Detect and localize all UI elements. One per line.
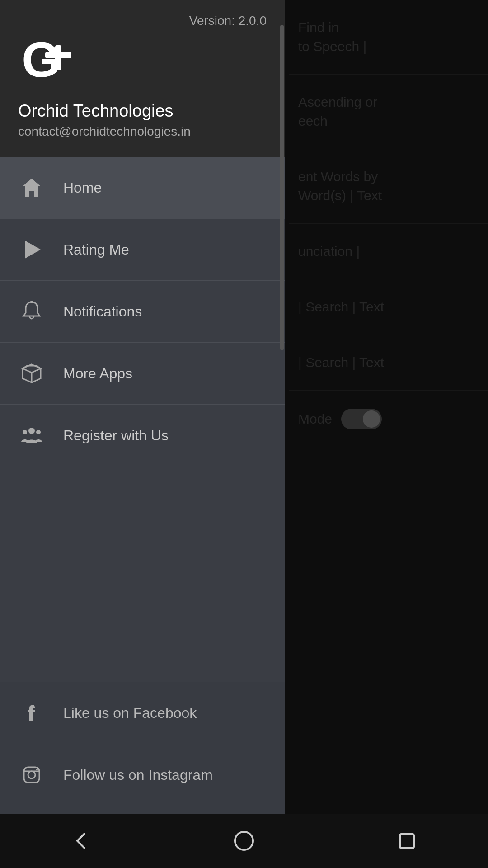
svg-point-14 <box>235 832 253 850</box>
facebook-icon <box>18 699 45 726</box>
logo-container: G <box>18 32 267 92</box>
version-text: Version: 2.0.0 <box>189 14 267 28</box>
overlay <box>285 0 488 868</box>
bell-icon <box>18 298 45 325</box>
menu-item-rating[interactable]: Rating Me <box>0 219 285 281</box>
svg-rect-15 <box>400 834 414 848</box>
box-icon <box>18 360 45 387</box>
bottom-navigation <box>0 814 488 868</box>
menu-label-home: Home <box>63 179 102 196</box>
menu-label-register: Register with Us <box>63 427 169 444</box>
recents-button[interactable] <box>389 823 425 859</box>
drawer-scrollbar[interactable] <box>280 25 284 350</box>
svg-point-8 <box>23 430 27 434</box>
company-email: contact@orchidtechnologies.in <box>18 124 267 139</box>
svg-rect-2 <box>45 52 71 58</box>
menu-item-home[interactable]: Home <box>0 157 285 219</box>
menu-item-notifications[interactable]: Notifications <box>0 281 285 343</box>
home-icon <box>18 174 45 201</box>
social-item-instagram[interactable]: Follow us on Instagram <box>0 744 285 806</box>
svg-point-13 <box>36 769 38 770</box>
menu-label-more-apps: More Apps <box>63 365 132 382</box>
menu-label-rating: Rating Me <box>63 241 129 258</box>
svg-marker-3 <box>25 241 41 259</box>
svg-point-9 <box>36 430 41 434</box>
svg-point-7 <box>28 428 35 434</box>
instagram-icon <box>18 761 45 788</box>
social-label-facebook: Like us on Facebook <box>63 705 197 722</box>
back-button[interactable] <box>63 823 99 859</box>
svg-text:G: G <box>22 32 61 87</box>
social-label-instagram: Follow us on Instagram <box>63 767 213 783</box>
play-icon <box>18 236 45 263</box>
company-name: Orchid Technologies <box>18 101 267 121</box>
home-button[interactable] <box>226 823 262 859</box>
navigation-drawer: Version: 2.0.0 G Orchid Technologies con… <box>0 0 285 868</box>
main-menu: Home Rating Me Notifications <box>0 157 285 682</box>
menu-label-notifications: Notifications <box>63 303 142 320</box>
menu-item-register[interactable]: Register with Us <box>0 405 285 466</box>
social-item-facebook[interactable]: Like us on Facebook <box>0 682 285 744</box>
users-icon <box>18 422 45 449</box>
svg-point-4 <box>30 301 33 303</box>
svg-point-11 <box>28 771 35 778</box>
drawer-header: Version: 2.0.0 G Orchid Technologies con… <box>0 0 285 157</box>
company-logo: G <box>18 32 77 90</box>
menu-item-more-apps[interactable]: More Apps <box>0 343 285 405</box>
